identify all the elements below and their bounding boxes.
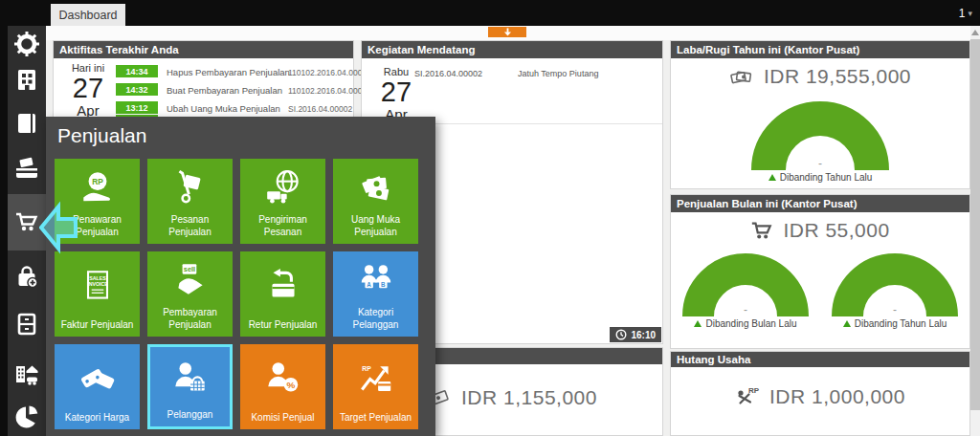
sales-amount: IDR 55,000 — [783, 219, 889, 242]
gauge-month: - Dibanding Bulan Lalu — [671, 253, 820, 329]
tile-komisi-penjual[interactable]: % Komisi Penjual — [240, 344, 325, 429]
activity-row[interactable]: 13:12 Ubah Uang Muka Penjualan SI.2016.0… — [116, 101, 350, 115]
tile-uang-muka-penjualan[interactable]: Uang Muka Penjualan — [333, 159, 418, 244]
activity-action: Hapus Pembayaran Penjualan — [167, 67, 290, 77]
svg-text:RP: RP — [362, 365, 371, 372]
sales-menu-popup: Penjualan RP Penawaran Penjualan Pesanan… — [46, 117, 435, 436]
profit-amount: IDR 19,555,000 — [764, 65, 911, 88]
cart-icon — [750, 219, 773, 242]
order-delivery-icon — [263, 168, 303, 208]
up-arrow-icon — [694, 320, 702, 327]
tile-kategori-harga[interactable]: Kategori Harga — [55, 344, 140, 429]
panel-profit-loss: Laba/Rugi Tahun ini (Kantor Pusat) IDR 1… — [670, 40, 970, 189]
sales-order-icon — [170, 168, 211, 208]
chevron-down-icon: ▾ — [968, 9, 972, 18]
settings-gear-icon — [14, 32, 39, 56]
profit-value-row: IDR 19,555,000 — [671, 65, 969, 88]
upcoming-row[interactable]: SI.2016.04.00002 Jatuh Tempo Piutang — [414, 69, 654, 82]
tile-pesanan-penjualan[interactable]: Pesanan Penjualan — [147, 159, 233, 244]
activity-row[interactable]: 14:32 Buat Pembayaran Penjualan 110102.2… — [116, 83, 350, 97]
sidebar-item-fixed-assets[interactable] — [14, 362, 39, 387]
activity-action: Ubah Uang Muka Penjualan — [167, 103, 280, 114]
money-stack-icon — [729, 65, 754, 88]
price-category-icon — [78, 360, 118, 400]
svg-text:INVOICE: INVOICE — [87, 281, 108, 287]
svg-text:A: A — [367, 280, 371, 287]
cash-bank-icon — [14, 156, 39, 181]
panel-title: Hutang Usaha — [671, 352, 969, 367]
vertical-scrollbar[interactable] — [970, 26, 980, 436]
activity-action: Buat Pembayaran Penjualan — [167, 85, 282, 96]
sales-menu-grid: RP Penawaran Penjualan Pesanan Penjualan — [55, 159, 418, 429]
sidebar-item-settings[interactable] — [14, 32, 39, 56]
customer-category-icon: A B — [356, 261, 396, 301]
journal-book-icon — [14, 111, 39, 136]
notification-count: 1 — [959, 7, 966, 20]
gauge-caption: Dibanding Tahun Lalu — [671, 172, 969, 183]
svg-text:SALES: SALES — [89, 275, 106, 281]
sidebar-item-purchases[interactable] — [14, 264, 39, 289]
payable-amount: IDR 1,000,000 — [769, 385, 905, 408]
customer-icon — [170, 360, 211, 400]
tile-pelanggan[interactable]: Pelanggan — [147, 344, 233, 429]
upcoming-ref: SI.2016.04.00002 — [414, 69, 482, 78]
activity-row[interactable]: 14:34 Hapus Pembayaran Penjualan 110102.… — [116, 65, 350, 78]
sidebar-item-company[interactable] — [14, 68, 39, 93]
tab-dashboard[interactable]: Dashboard — [51, 4, 125, 26]
panel-title: Laba/Rugi Tahun ini (Kantor Pusat) — [671, 41, 969, 58]
sales-invoice-icon: SALES INVOICE — [78, 267, 118, 307]
dashboard-scroll-down-button[interactable] — [488, 27, 526, 37]
up-arrow-icon — [843, 320, 851, 327]
panel-title: Penjualan Bulan ini (Kantor Pusat) — [671, 195, 969, 212]
sales-value-row: IDR 55,000 — [671, 219, 969, 242]
sales-cart-icon — [14, 209, 39, 234]
svg-text:RP: RP — [748, 386, 760, 395]
company-building-icon — [14, 68, 39, 93]
pointer-arrow-icon — [39, 201, 78, 254]
upcoming-event: Jatuh Tempo Piutang — [518, 69, 598, 78]
scrollbar-thumb[interactable] — [970, 39, 980, 410]
sidebar-item-journal[interactable] — [14, 111, 39, 136]
receivable-amount: IDR 1,155,000 — [461, 386, 597, 409]
sales-target-icon: RP — [356, 360, 396, 400]
activity-ref: 110102.2016.04.00001 — [288, 68, 371, 77]
gauge-center-label: - — [671, 158, 969, 169]
sales-quote-icon: RP — [78, 168, 118, 208]
sales-payment-icon: sell — [170, 261, 211, 301]
tile-retur-penjualan[interactable]: Retur Penjualan — [240, 251, 325, 337]
payable-rp-icon: RP — [735, 384, 760, 409]
sales-commission-icon: % — [263, 360, 303, 400]
activity-ref: 110102.2016.04.00001 — [288, 86, 371, 96]
time-badge: 14:32 — [116, 83, 158, 96]
panel-title: Aktifitas Terakhir Anda — [54, 41, 353, 58]
svg-text:sell: sell — [183, 265, 194, 273]
tile-faktur-penjualan[interactable]: SALES INVOICE Faktur Penjualan — [55, 251, 140, 337]
popup-title: Penjualan — [57, 124, 146, 147]
activity-ref: SI.2016.04.00002 — [288, 104, 352, 114]
time-badge: 13:12 — [116, 101, 158, 114]
sidebar-item-reports[interactable] — [14, 404, 39, 429]
reports-pie-icon — [14, 404, 39, 429]
tile-pengiriman-pesanan[interactable]: Pengiriman Pesanan — [240, 159, 325, 244]
panel-title: Kegiatan Mendatang — [362, 41, 662, 58]
sidebar-item-cash-bank[interactable] — [14, 156, 39, 181]
down-arrow-icon — [503, 28, 512, 36]
tile-target-penjualan[interactable]: RP Target Penjualan — [333, 344, 418, 429]
sidebar-item-sales[interactable] — [14, 209, 39, 234]
svg-text:B: B — [381, 280, 386, 287]
time-indicator: 16:10 — [610, 327, 661, 342]
svg-text:RP: RP — [92, 176, 103, 185]
tile-pembayaran-penjualan[interactable]: sell Pembayaran Penjualan — [147, 251, 233, 337]
scroll-up-arrow-icon[interactable] — [971, 30, 979, 35]
gauge-year: - Dibanding Tahun Lalu — [820, 253, 969, 329]
sales-downpayment-icon — [356, 168, 396, 208]
notification-control[interactable]: 1 ▾ — [959, 0, 972, 26]
fixed-assets-icon — [14, 362, 39, 387]
sales-return-icon — [263, 267, 303, 307]
left-edge-strip — [0, 0, 8, 436]
tile-kategori-pelanggan[interactable]: A B Kategori Pelanggan — [333, 251, 418, 337]
up-arrow-icon — [768, 174, 776, 181]
clock-icon — [615, 329, 627, 340]
sidebar-item-inventory[interactable] — [14, 312, 39, 337]
top-bar: Dashboard 1 ▾ — [0, 0, 980, 26]
